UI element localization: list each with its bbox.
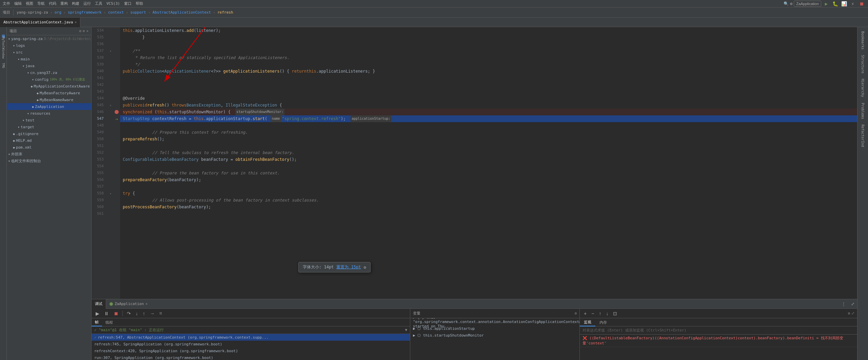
watch-add-button[interactable]: + <box>583 310 588 317</box>
fold-cell[interactable] <box>108 75 113 81</box>
menu-tools[interactable]: 工具 <box>95 1 102 6</box>
breakpoint-gutter-cell[interactable] <box>113 156 120 163</box>
tree-item[interactable]: ◆ MyBeanFactoryAware <box>7 90 91 96</box>
breakpoint-gutter[interactable]: → <box>113 27 120 299</box>
breakpoint-gutter-cell[interactable] <box>113 109 120 115</box>
tree-item[interactable]: ▾ resources <box>7 110 91 117</box>
font-tooltip-gear-icon[interactable]: ⚙ <box>363 265 366 270</box>
tree-item[interactable]: ▾ 临时文件和控制台 <box>7 157 91 164</box>
bottom-panel-expand-icon[interactable]: ⤢ <box>848 302 857 306</box>
run-button[interactable]: ▶ <box>823 0 830 7</box>
font-reset-link[interactable]: 重置为 15pt <box>336 264 361 270</box>
right-strip-hierarchy[interactable]: Hierarchy <box>860 76 866 100</box>
menu-code[interactable]: 代码 <box>49 1 56 6</box>
pause-button[interactable]: ⏸ <box>103 310 110 317</box>
run-config-selector[interactable]: ZaApplication <box>794 1 821 7</box>
fold-cell[interactable] <box>108 197 113 204</box>
debug-sub-tab-threads[interactable]: 线程 <box>102 318 116 326</box>
watch-sub-tab-watch[interactable]: 监视 <box>580 318 595 326</box>
fold-cell[interactable] <box>108 136 113 143</box>
breakpoint-gutter-cell[interactable] <box>113 61 120 68</box>
stop-button[interactable]: ⏹ <box>112 310 120 317</box>
tab-abstract-application-context[interactable]: AbstractApplicationContext.java × <box>0 18 80 27</box>
breakpoint-gutter-cell[interactable] <box>113 204 120 210</box>
watch-up-button[interactable]: ↑ <box>597 310 603 317</box>
fold-cell[interactable] <box>108 109 113 115</box>
session-close-icon[interactable]: × <box>145 302 148 306</box>
variable-item[interactable]: ▶ { } this = "org.springframework.contex… <box>410 318 579 325</box>
breakpoint-gutter-cell[interactable] <box>113 122 120 129</box>
menu-navigate[interactable]: 导航 <box>37 1 45 6</box>
profile-button[interactable]: ⚡ <box>849 0 856 7</box>
breakpoint-gutter-cell[interactable] <box>113 41 120 48</box>
step-into-button[interactable]: ↓ <box>134 310 139 317</box>
breadcrumb-method[interactable]: refresh <box>217 10 233 15</box>
variable-item[interactable]: ▶ ⬡ this.startupShutdownMonitor <box>410 332 579 339</box>
right-strip-refactorind[interactable]: RefactorInd <box>860 122 866 150</box>
breakpoint-gutter-cell[interactable] <box>113 143 120 149</box>
debug-sub-tab-frames[interactable]: 帧 <box>92 318 102 326</box>
breakpoint-gutter-cell[interactable] <box>113 136 120 143</box>
fold-cell[interactable] <box>108 170 113 176</box>
evaluate-button[interactable]: ⌗ <box>158 310 163 317</box>
right-strip-problems[interactable]: Problems <box>860 100 866 122</box>
breakpoint-gutter-cell[interactable] <box>113 34 120 41</box>
fold-cell[interactable] <box>108 176 113 183</box>
breakpoint-gutter-cell[interactable] <box>113 129 120 136</box>
fold-cell[interactable] <box>108 61 113 68</box>
step-out-button[interactable]: ↑ <box>141 310 146 317</box>
tree-item[interactable]: ▾ java <box>7 62 91 69</box>
tree-item[interactable]: ◆ .gitignore <box>7 130 91 137</box>
tree-item[interactable]: ◆ HELP.md <box>7 137 91 144</box>
search-everywhere-icon[interactable]: 🔍 <box>784 1 789 6</box>
fold-cell[interactable]: ▾ <box>108 190 113 197</box>
tree-item[interactable]: ▾ cn.yang37.za <box>7 69 91 76</box>
breakpoint-gutter-cell[interactable] <box>113 183 120 190</box>
fold-cell[interactable] <box>108 149 113 156</box>
breakpoint-gutter-cell[interactable] <box>113 68 120 75</box>
menu-edit[interactable]: 编辑 <box>14 1 22 6</box>
breakpoint-gutter-cell[interactable] <box>113 95 120 102</box>
fold-cell[interactable] <box>108 143 113 149</box>
stack-frame-item[interactable]: ✓ refresh:547, AbstractApplicationContex… <box>92 334 410 341</box>
breakpoint-gutter-cell[interactable] <box>113 210 120 217</box>
breadcrumb-context[interactable]: context <box>108 10 124 15</box>
tree-item[interactable]: ▾ config100% 类, 86% 行已覆盖 <box>7 76 91 83</box>
fold-cell[interactable] <box>108 122 113 129</box>
watch-sub-tab-memory[interactable]: 内存 <box>595 318 611 326</box>
tab-close-button[interactable]: × <box>75 20 77 24</box>
fold-cell[interactable] <box>108 88 113 95</box>
menu-vcs[interactable]: VCS(3) <box>106 1 120 6</box>
watch-down-button[interactable]: ↓ <box>605 310 610 317</box>
tree-item[interactable]: ▾ logs <box>7 42 91 49</box>
menu-refactor[interactable]: 重构 <box>60 1 68 6</box>
breakpoint-gutter-cell[interactable] <box>113 197 120 204</box>
breadcrumb-org[interactable]: org <box>55 10 61 15</box>
fold-cell[interactable] <box>108 54 113 61</box>
watch-expand-icon[interactable]: ⤢ <box>851 311 854 316</box>
fold-cell[interactable] <box>108 210 113 217</box>
breakpoint-gutter-cell[interactable] <box>113 170 120 176</box>
tree-item[interactable]: ▾ yang-spring-zaD:\Projects\0-GitWorks\y… <box>7 35 91 42</box>
fold-cell[interactable] <box>108 156 113 163</box>
breakpoint-gutter-cell[interactable] <box>113 163 120 170</box>
breakpoint-gutter-cell[interactable] <box>113 48 120 54</box>
stack-frame-item[interactable]: refreshContext:420, SpringApplication (o… <box>92 347 410 354</box>
bottom-panel-settings-icon[interactable]: ⋮ <box>839 302 848 306</box>
fold-cell[interactable] <box>108 81 113 88</box>
tms-toggle[interactable]: TMS <box>1 61 6 70</box>
fold-cell[interactable]: ▾ <box>108 102 113 109</box>
settings-icon[interactable]: ⚙ <box>790 1 792 6</box>
breakpoint-gutter-cell[interactable] <box>113 75 120 81</box>
watch-copy-button[interactable]: ⊡ <box>612 310 618 317</box>
breadcrumb-support[interactable]: support <box>130 10 146 15</box>
tree-item[interactable]: ▾ main <box>7 56 91 62</box>
breadcrumb-springframework[interactable]: springframework <box>68 10 101 15</box>
fold-cell[interactable] <box>108 34 113 41</box>
menu-run[interactable]: 运行 <box>83 1 91 6</box>
breakpoint-gutter-cell[interactable] <box>113 81 120 88</box>
menu-window[interactable]: 窗口 <box>124 1 132 6</box>
fold-cell[interactable] <box>108 68 113 75</box>
variables-settings-icon[interactable]: ⚙ <box>574 311 577 316</box>
mytoolwindow-toggle[interactable]: MyToolWindow <box>1 35 6 60</box>
